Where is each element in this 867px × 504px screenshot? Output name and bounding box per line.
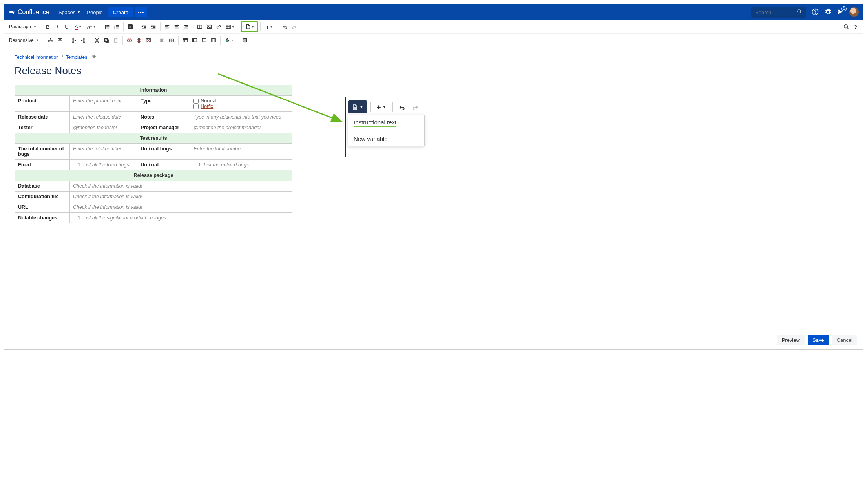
cancel-button[interactable]: Cancel bbox=[832, 335, 857, 345]
nav-spaces[interactable]: Spaces▼ bbox=[55, 6, 84, 18]
cell-total-bugs[interactable]: Enter the total number bbox=[70, 144, 137, 160]
save-button[interactable]: Save bbox=[808, 335, 829, 345]
header-col-button[interactable] bbox=[190, 36, 199, 45]
cell-product[interactable]: Enter the product name bbox=[70, 96, 137, 112]
svg-rect-66 bbox=[162, 39, 164, 42]
label-unfixed-bugs: Unfixed bugs bbox=[137, 144, 190, 160]
align-left-button[interactable] bbox=[163, 22, 172, 31]
delete-table-button[interactable] bbox=[144, 36, 153, 45]
svg-point-6 bbox=[105, 26, 106, 27]
responsive-select[interactable]: Responsive▼ bbox=[7, 36, 42, 45]
cell-unfixed[interactable]: 1. List the unfixed bugs bbox=[190, 160, 292, 170]
cell-tester[interactable]: @mention the tester bbox=[70, 122, 137, 133]
row-insert-below-button[interactable] bbox=[56, 36, 64, 45]
col-insert-after-button[interactable] bbox=[69, 36, 78, 45]
bullet-list-button[interactable] bbox=[103, 22, 111, 31]
cell-fixed[interactable]: 1. List all the fixed bugs bbox=[70, 160, 137, 170]
svg-rect-50 bbox=[72, 38, 73, 42]
delete-col-button[interactable] bbox=[135, 36, 143, 45]
cell-url[interactable]: Check if the information is valid! bbox=[70, 202, 292, 213]
no-header-button[interactable] bbox=[209, 36, 218, 45]
row-insert-above-button[interactable] bbox=[46, 36, 55, 45]
cell-type[interactable]: Normal Hotfix bbox=[190, 96, 292, 112]
tasklist-button[interactable] bbox=[126, 22, 135, 31]
notif-badge: 1 bbox=[841, 6, 847, 11]
cell-notable[interactable]: 1. List all the significant product chan… bbox=[70, 213, 292, 223]
callout-insert-button[interactable]: +▼ bbox=[374, 100, 389, 113]
paragraph-select[interactable]: Paragraph▼ bbox=[7, 22, 39, 31]
breadcrumb-link-2[interactable]: Templates bbox=[66, 55, 88, 60]
indent-button[interactable] bbox=[149, 22, 158, 31]
help-icon[interactable] bbox=[812, 8, 819, 16]
top-nav: Confluence Spaces▼ People Create ••• 1 bbox=[4, 4, 863, 20]
text-color-button[interactable]: A▼ bbox=[72, 22, 84, 31]
numbering-col-button[interactable] bbox=[200, 36, 208, 45]
checkbox-normal[interactable] bbox=[193, 99, 199, 104]
page-title[interactable]: Release Notes bbox=[4, 62, 863, 85]
dropdown-item-instructional-text[interactable]: Instructional text bbox=[348, 115, 424, 131]
copy-button[interactable] bbox=[102, 36, 111, 45]
search-input[interactable] bbox=[751, 7, 806, 18]
template-dropdown-highlight: ▼ bbox=[241, 21, 258, 32]
cell-pm[interactable]: @mention the project manager bbox=[190, 122, 292, 133]
svg-rect-65 bbox=[160, 39, 161, 42]
paste-button[interactable] bbox=[111, 36, 120, 45]
delete-row-button[interactable] bbox=[125, 36, 134, 45]
underline-button[interactable]: U bbox=[62, 22, 71, 31]
link-button[interactable] bbox=[214, 22, 223, 31]
more-button[interactable]: ••• bbox=[135, 7, 148, 17]
cell-database[interactable]: Check if the information is valid! bbox=[70, 181, 292, 192]
more-format-button[interactable]: Aᵃ▼ bbox=[85, 22, 98, 31]
cut-button[interactable] bbox=[93, 36, 101, 45]
editor-toolbar: Paragraph▼ B I U A▼ Aᵃ▼ 123 ▼ bbox=[4, 20, 863, 47]
align-right-button[interactable] bbox=[182, 22, 190, 31]
preview-button[interactable]: Preview bbox=[777, 335, 805, 345]
cell-color-button[interactable]: ▼ bbox=[223, 36, 235, 45]
svg-line-43 bbox=[847, 28, 849, 29]
table-button[interactable]: ▼ bbox=[224, 22, 236, 31]
section-release-package: Release package bbox=[15, 170, 292, 181]
col-insert-before-button[interactable] bbox=[79, 36, 88, 45]
breadcrumb-link-1[interactable]: Technical information bbox=[15, 55, 59, 60]
svg-rect-47 bbox=[58, 38, 62, 40]
find-button[interactable] bbox=[842, 22, 851, 31]
cell-config[interactable]: Check if the information is valid! bbox=[70, 192, 292, 202]
logo-text: Confluence bbox=[18, 9, 49, 16]
nav-people[interactable]: People bbox=[84, 6, 106, 18]
layout-button[interactable] bbox=[195, 22, 204, 31]
bold-button[interactable]: B bbox=[44, 22, 52, 31]
create-button[interactable]: Create bbox=[108, 7, 133, 17]
align-center-button[interactable] bbox=[172, 22, 181, 31]
outdent-button[interactable] bbox=[140, 22, 148, 31]
tag-icon[interactable] bbox=[92, 55, 97, 60]
help-toolbar-button[interactable]: ? bbox=[851, 22, 860, 31]
undo-button[interactable] bbox=[281, 22, 289, 31]
insert-button[interactable]: +▼ bbox=[263, 22, 276, 31]
merge-cells-button[interactable] bbox=[158, 36, 166, 45]
notifications-icon[interactable]: 1 bbox=[837, 8, 844, 16]
checkbox-hotfix[interactable] bbox=[193, 104, 199, 109]
avatar[interactable] bbox=[849, 7, 859, 17]
italic-button[interactable]: I bbox=[53, 22, 62, 31]
confluence-logo[interactable]: Confluence bbox=[8, 9, 49, 16]
settings-icon[interactable] bbox=[824, 8, 831, 16]
template-dropdown: Instructional text New variable bbox=[348, 115, 425, 146]
split-cells-button[interactable] bbox=[167, 36, 176, 45]
cell-notes[interactable]: Type in any additional info that you nee… bbox=[190, 112, 292, 122]
image-button[interactable] bbox=[205, 22, 214, 31]
cell-unfixed-bugs[interactable]: Enter the total number bbox=[190, 144, 292, 160]
callout-template-button[interactable]: ▼ bbox=[348, 100, 367, 113]
callout-undo-button[interactable] bbox=[396, 100, 408, 113]
number-list-button[interactable]: 123 bbox=[112, 22, 121, 31]
dropdown-item-new-variable[interactable]: New variable bbox=[348, 131, 424, 146]
section-test-results: Test results bbox=[15, 133, 292, 144]
header-row-button[interactable] bbox=[181, 36, 190, 45]
redo-button[interactable] bbox=[290, 22, 299, 31]
clear-format-button[interactable] bbox=[241, 36, 249, 45]
svg-rect-58 bbox=[104, 38, 107, 41]
cell-release-date[interactable]: Enter the release date bbox=[70, 112, 137, 122]
svg-text:3: 3 bbox=[114, 27, 115, 29]
label-product: Product bbox=[15, 96, 70, 112]
info-table[interactable]: Information Product Enter the product na… bbox=[15, 85, 292, 223]
template-button[interactable]: ▼ bbox=[243, 22, 256, 31]
